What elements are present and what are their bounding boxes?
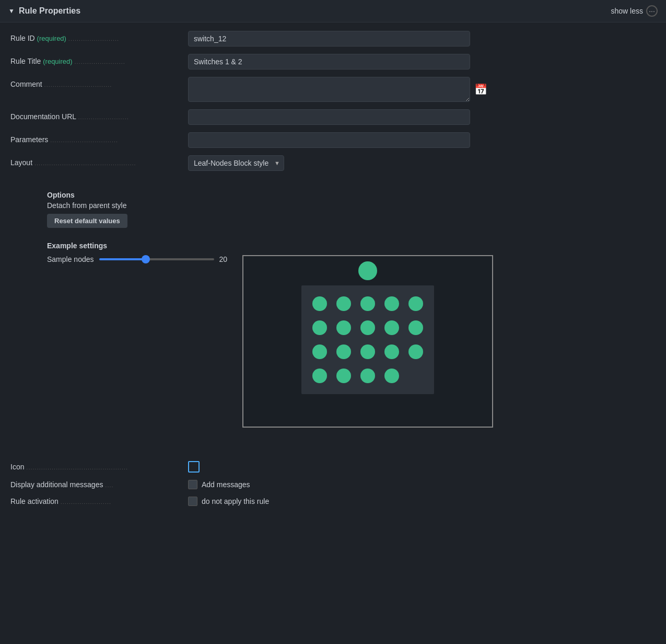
- parameters-input[interactable]: [188, 132, 470, 148]
- rule-title-input[interactable]: [188, 54, 470, 70]
- show-less-button[interactable]: show less ···: [611, 5, 658, 17]
- rule-id-required: (required): [37, 34, 66, 42]
- more-options-icon: ···: [646, 5, 658, 17]
- parameters-row: Parameters .............................…: [10, 132, 656, 148]
- panel-header: ▼ Rule Properties show less ···: [0, 0, 666, 22]
- calendar-icon-button[interactable]: 📅: [474, 84, 487, 95]
- rule-title-required: (required): [43, 58, 72, 65]
- panel-title: Rule Properties: [19, 6, 80, 16]
- display-additional-messages-row: Display additional messages .... Add mes…: [10, 480, 656, 489]
- add-messages-checkbox[interactable]: [188, 480, 197, 489]
- comment-label: Comment ................................: [10, 77, 188, 88]
- add-messages-checkbox-row: Add messages: [188, 480, 250, 489]
- parameters-label: Parameters .............................…: [10, 132, 188, 144]
- rule-activation-label: Rule activation ........................: [10, 497, 188, 505]
- dot-6: [312, 320, 327, 335]
- dot-3: [360, 296, 375, 311]
- rule-id-input[interactable]: [188, 31, 470, 47]
- add-messages-label: Add messages: [202, 480, 250, 489]
- example-content: Sample nodes 20: [47, 255, 656, 428]
- doc-url-input[interactable]: [188, 109, 470, 125]
- layout-select[interactable]: Leaf-Nodes Block style Inline style Grid…: [188, 155, 284, 171]
- rule-properties-panel: ▼ Rule Properties show less ··· Rule ID …: [0, 0, 666, 522]
- icon-color-picker[interactable]: [188, 461, 200, 473]
- rule-id-row: Rule ID (required) .....................…: [10, 31, 656, 47]
- dot-7: [336, 320, 351, 335]
- preview-top-dot: [358, 261, 377, 280]
- sample-nodes-container: Sample nodes 20: [47, 255, 232, 263]
- layout-select-container: Leaf-Nodes Block style Inline style Grid…: [188, 155, 284, 171]
- dot-19: [384, 369, 399, 383]
- sample-nodes-row: Sample nodes 20: [47, 255, 232, 263]
- comment-row: Comment ................................…: [10, 77, 656, 102]
- display-additional-label: Display additional messages ....: [10, 480, 188, 489]
- sample-nodes-count: 20: [219, 255, 232, 263]
- dot-2: [336, 296, 351, 311]
- icon-row: Icon ...................................…: [10, 461, 656, 473]
- comment-textarea[interactable]: [188, 77, 470, 102]
- dot-4: [384, 296, 399, 311]
- dot-13: [360, 344, 375, 359]
- dot-16: [312, 369, 327, 383]
- sample-nodes-label: Sample nodes: [47, 255, 94, 263]
- dot-8: [360, 320, 375, 335]
- options-subtitle: Detach from parent style: [47, 201, 656, 210]
- rule-title-label: Rule Title (required) ..................…: [10, 54, 188, 65]
- show-less-label: show less: [611, 7, 643, 15]
- doc-url-label: Documentation URL ......................…: [10, 109, 188, 121]
- dot-14: [384, 344, 399, 359]
- dot-5: [408, 296, 423, 311]
- comment-input-container: 📅: [188, 77, 656, 102]
- dot-11: [312, 344, 327, 359]
- dot-18: [360, 369, 375, 383]
- example-section: Example settings Sample nodes 20: [0, 237, 666, 432]
- dot-1: [312, 296, 327, 311]
- bottom-section: Icon ...................................…: [0, 453, 666, 522]
- do-not-apply-checkbox[interactable]: [188, 497, 197, 506]
- options-title: Options: [47, 191, 656, 199]
- chevron-down-icon: ▼: [8, 7, 15, 15]
- dot-10: [408, 320, 423, 335]
- dot-15: [408, 344, 423, 359]
- dot-17: [336, 369, 351, 383]
- example-title: Example settings: [47, 242, 656, 250]
- icon-label: Icon ...................................…: [10, 463, 188, 471]
- rule-id-label: Rule ID (required) .....................…: [10, 31, 188, 42]
- preview-inner: [243, 256, 492, 427]
- doc-url-row: Documentation URL ......................…: [10, 109, 656, 125]
- rule-title-row: Rule Title (required) ..................…: [10, 54, 656, 70]
- form-body: Rule ID (required) .....................…: [0, 22, 666, 187]
- reset-default-values-button[interactable]: Reset default values: [47, 214, 127, 228]
- dot-12: [336, 344, 351, 359]
- layout-label: Layout .................................…: [10, 155, 188, 167]
- preview-box: [242, 255, 493, 428]
- dot-9: [384, 320, 399, 335]
- layout-row: Layout .................................…: [10, 155, 656, 171]
- rule-activation-row: Rule activation ........................…: [10, 497, 656, 506]
- rule-activation-checkbox-row: do not apply this rule: [188, 497, 269, 506]
- dots-grid: [310, 294, 426, 386]
- do-not-apply-label: do not apply this rule: [202, 497, 269, 505]
- dots-grid-wrapper: [301, 285, 434, 394]
- sample-nodes-slider[interactable]: [99, 258, 214, 260]
- header-left: ▼ Rule Properties: [8, 6, 80, 16]
- options-section: Options Detach from parent style Reset d…: [0, 187, 666, 232]
